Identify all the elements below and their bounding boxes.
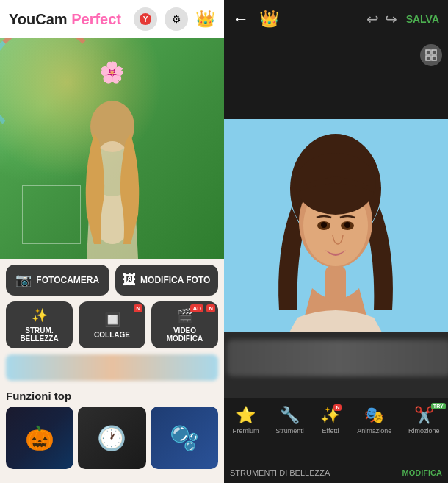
flower-decoration: 🌸 [99,60,125,85]
modifica-active-text[interactable]: MODIFICA [402,468,442,477]
youcam-logo-icon: Y [139,12,152,26]
animazione-label: Animazione [357,427,391,434]
svg-rect-10 [325,266,346,303]
thumbnail-row: 🎃 🕐 🫧 [0,407,224,469]
strumenti-label: Strumenti [275,427,304,434]
redo-button[interactable]: ↪ [385,10,397,28]
main-image: 🌸 [0,38,224,259]
beauty-tools-icon: ✨ [32,307,48,323]
left-panel: YouCam Perfect Y ⚙ 👑 🌸 [0,0,224,483]
toolbar-item-strumenti[interactable]: 🔧 Strumenti [275,406,304,462]
collage-icon: 🔲 [104,312,120,328]
svg-text:Y: Y [143,15,148,24]
bottom-toolbar: ⭐ Premium 🔧 Strumenti ✨ N Effetti 🎭 Anim… [224,398,448,483]
svg-rect-4 [426,50,430,54]
funzioni-top-heading: Funzioni top [0,387,224,407]
edit-photo-icon: 🖼 [123,273,136,288]
top-dark-area [224,38,448,119]
toolbar-item-effetti[interactable]: ✨ N Effetti [320,406,340,462]
camera-icon: 📷 [15,272,32,288]
new-badge-collage: N [134,304,142,312]
toolbar-item-premium[interactable]: ⭐ Premium [232,406,259,462]
new-badge-effetti: N [333,404,342,411]
toolbar-item-animazione[interactable]: 🎭 Animazione [357,406,391,462]
modifica-foto-label: MODIFICA FOTO [140,275,210,285]
bubble-icon: 🫧 [170,424,199,452]
gear-icon: ⚙ [172,13,181,25]
back-button[interactable]: ← [233,10,249,29]
ad-badge: AD [190,304,203,312]
svg-rect-7 [432,56,436,60]
svg-point-16 [321,222,327,228]
svg-rect-6 [426,56,430,60]
save-button[interactable]: SALVA [406,13,439,25]
face-image-area [224,119,448,332]
strumenti-bellezza-button[interactable]: ✨ STRUM. BELLEZZA [6,301,73,348]
premium-label: Premium [232,427,259,434]
animation-icon: 🎭 [364,406,384,425]
fotocamera-label: FOTOCAMERA [36,275,99,285]
premium-star-icon: ⭐ [236,406,256,425]
clock-icon: 🕐 [97,424,126,452]
strumenti-bellezza-label: STRUM. BELLEZZA [9,326,70,343]
grid-layout-button[interactable] [420,44,442,66]
collage-button[interactable]: 🔲 COLLAGE N [79,301,145,348]
fotocamera-button[interactable]: 📷 FOTOCAMERA [6,265,109,296]
header-right: ← 👑 ↩ ↪ SALVA [224,0,448,38]
new-badge-video: N [206,304,215,312]
undo-redo-group: ↩ ↪ [366,10,397,28]
bottom-blurred-area [224,332,448,398]
small-buttons-row: ✨ STRUM. BELLEZZA 🔲 COLLAGE N AD 🎬 VIDEO… [0,301,224,354]
header-left: YouCam Perfect Y ⚙ 👑 [0,0,224,38]
grid-icon [425,49,437,61]
youcam-icon-button[interactable]: Y [134,7,157,31]
video-modifica-button[interactable]: AD 🎬 VIDEO MODIFICA N [151,301,218,348]
video-modifica-label: VIDEO MODIFICA [154,326,215,343]
grid-overlay [22,185,81,244]
thumbnail-item-3[interactable]: 🫧 [151,407,218,469]
modifica-foto-button[interactable]: 🖼 MODIFICA FOTO [115,265,219,296]
strumenti-di-bellezza-text: STRUMENTI DI BELLEZZA [230,468,402,477]
try-badge-rimozione: TRY [431,403,446,409]
toolbar-icons-row: ⭐ Premium 🔧 Strumenti ✨ N Effetti 🎭 Anim… [224,401,448,465]
svg-rect-5 [432,50,436,54]
halloween-icon: 🎃 [25,424,54,452]
premium-crown-icon: 👑 [259,10,279,29]
svg-point-17 [344,222,350,228]
banner-ad[interactable] [6,354,218,381]
blurred-content [227,340,448,376]
header-icons: Y ⚙ 👑 [134,7,215,31]
face-svg [224,119,448,332]
crown-icon: 👑 [195,10,215,29]
thumbnail-item-1[interactable]: 🎃 [6,407,73,469]
girl-silhouette [68,97,156,259]
strumenti-bar: STRUMENTI DI BELLEZZA MODIFICA [224,465,448,480]
big-buttons-row: 📷 FOTOCAMERA 🖼 MODIFICA FOTO [0,259,224,301]
logo: YouCam Perfect [9,11,121,28]
tools-icon: 🔧 [280,406,300,425]
toolbar-item-rimozione[interactable]: ✂️ TRY Rimozione [408,406,440,462]
rimozione-label: Rimozione [408,427,440,434]
effetti-label: Effetti [322,427,339,434]
undo-button[interactable]: ↩ [366,10,379,28]
collage-label: COLLAGE [94,331,130,339]
right-panel: ← 👑 ↩ ↪ SALVA [224,0,448,483]
settings-button[interactable]: ⚙ [165,7,188,31]
thumbnail-item-2[interactable]: 🕐 [78,407,145,469]
